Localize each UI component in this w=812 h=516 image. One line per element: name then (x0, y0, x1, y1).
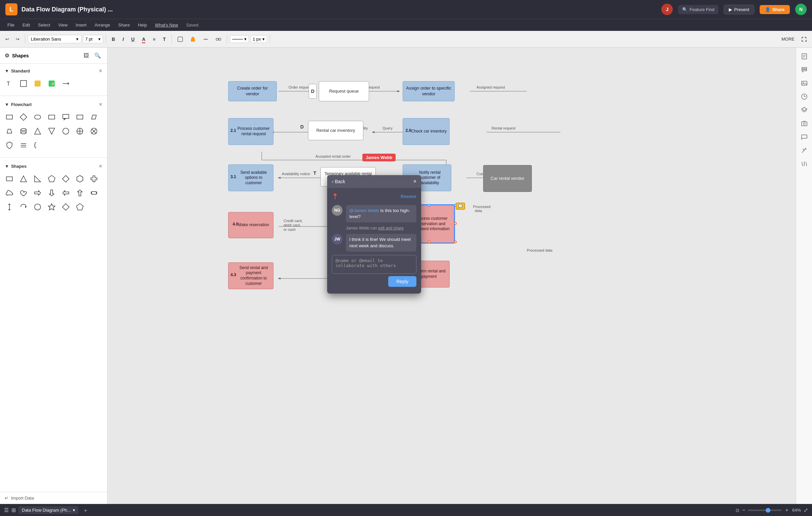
shapes-section-close[interactable]: ✕ (99, 164, 102, 169)
cross-shape[interactable] (88, 173, 100, 185)
fullscreen-button[interactable] (799, 35, 809, 44)
parallelogram-flow[interactable] (88, 111, 100, 123)
reply-button[interactable]: Reply (388, 276, 416, 287)
page-panel-button[interactable] (798, 50, 810, 62)
pentagon2-shape[interactable] (74, 201, 86, 213)
pentagon-shape[interactable] (46, 173, 58, 185)
layers-panel-button[interactable] (798, 104, 810, 116)
arrow-up-shape[interactable] (74, 187, 86, 199)
fill-button[interactable] (187, 34, 199, 44)
font-color-button[interactable]: A (139, 35, 148, 44)
diamond-flow[interactable] (18, 111, 30, 123)
menu-arrange[interactable]: Arrange (91, 21, 113, 29)
triangle-shape[interactable] (18, 173, 30, 185)
menu-edit[interactable]: Edit (19, 21, 33, 29)
callout-flow[interactable] (60, 111, 72, 123)
diamond-shape[interactable] (60, 173, 72, 185)
tab-name[interactable]: Data Flow Diagram (Ph... ▾ (19, 506, 79, 514)
image-panel-button[interactable] (798, 77, 810, 89)
selection-handle-br[interactable] (454, 240, 457, 243)
canvas-area[interactable]: Order request Sorted request Assigned re… (107, 48, 796, 504)
circle-flow[interactable] (60, 125, 72, 137)
settings-panel-button[interactable] (798, 158, 810, 170)
rect3-flow[interactable] (74, 111, 86, 123)
undo-button[interactable]: ↩ (3, 35, 12, 43)
align-button[interactable]: ≡ (150, 35, 158, 44)
updown-shape[interactable] (3, 201, 16, 213)
lightning-shape[interactable]: ⚡ (46, 78, 58, 90)
format-panel-button[interactable] (798, 64, 810, 76)
request-queue-node[interactable]: Request queue (319, 81, 369, 101)
camera-panel-button[interactable] (798, 117, 810, 130)
avatar-n[interactable]: N (795, 4, 807, 15)
resolve-button[interactable]: Resolve (401, 194, 416, 199)
rect-flow[interactable] (3, 111, 16, 123)
triangle-flow[interactable] (32, 125, 44, 137)
heart-shape[interactable] (18, 187, 30, 199)
cloud-shape[interactable] (3, 187, 16, 199)
rect-shape[interactable] (3, 173, 16, 185)
more-button[interactable]: MORE (779, 35, 797, 43)
check-inventory-node[interactable]: 2.0 Check car inventory (403, 118, 450, 145)
text-style-button[interactable]: T (160, 35, 169, 44)
arrow-shape[interactable] (60, 78, 72, 90)
comment-input[interactable] (332, 255, 416, 274)
menu-whats-new[interactable]: What's New (152, 21, 181, 29)
edit-share-link[interactable]: edit and share (378, 226, 404, 230)
menu-file[interactable]: File (4, 21, 18, 29)
menu-insert[interactable]: Insert (72, 21, 90, 29)
bold-button[interactable]: B (109, 35, 118, 44)
zoom-slider-thumb[interactable] (766, 508, 771, 513)
comment-close-button[interactable]: × (413, 178, 416, 184)
rect2-flow[interactable] (46, 111, 58, 123)
shapes-section-header[interactable]: ▼ Shapes ✕ (0, 162, 107, 171)
autoroute-button[interactable]: ⊙ (735, 508, 740, 513)
underline-button[interactable]: U (128, 35, 138, 44)
hexagon-shape[interactable] (74, 173, 86, 185)
image-search-button[interactable]: 🖼 (82, 51, 90, 60)
star-shape[interactable] (46, 201, 58, 213)
fit-page-button[interactable]: ⤢ (804, 507, 808, 513)
send-confirmation-node[interactable]: 4.3 Send rental and payment confirmation… (228, 262, 273, 289)
share-button[interactable]: 👤 Share (760, 5, 790, 14)
flowchart-section-close[interactable]: ✕ (99, 102, 102, 107)
special-shape[interactable] (60, 201, 72, 213)
feature-find-button[interactable]: 🔍 Feature Find (678, 5, 718, 14)
selection-handle-bm[interactable] (428, 240, 431, 243)
car-vendor-node[interactable]: Car rental vendor (483, 165, 532, 192)
selection-handle-mr[interactable] (454, 222, 457, 225)
italic-button[interactable]: I (119, 35, 127, 44)
wand-panel-button[interactable] (798, 144, 810, 156)
circle-shape[interactable] (32, 201, 44, 213)
present-button[interactable]: ▶ Present (724, 5, 754, 15)
zoom-in-button[interactable]: ＋ (784, 507, 789, 514)
xcircle-flow[interactable] (88, 125, 100, 137)
menu-view[interactable]: View (55, 21, 71, 29)
rectangle-shape[interactable] (18, 78, 30, 90)
line-width-selector[interactable]: 1 px ▾ (250, 35, 267, 43)
menu-select[interactable]: Select (34, 21, 53, 29)
shape-format-button[interactable] (174, 34, 186, 44)
comment-badge[interactable]: 💬 (456, 203, 465, 210)
arrow-right-shape[interactable] (32, 187, 44, 199)
font-size-selector[interactable]: 7 pt ▾ (83, 35, 103, 43)
assign-order-node[interactable]: Assign order to specific vendor (403, 81, 455, 101)
process-rental-node[interactable]: 2.1 Process customer rental request (228, 118, 273, 145)
avatar-j[interactable]: J (661, 4, 673, 15)
selection-handle-tm[interactable] (428, 204, 431, 207)
trapezoid-flow[interactable] (3, 125, 16, 137)
comment-back-button[interactable]: ‹ Back (332, 179, 345, 184)
flowchart-section-header[interactable]: ▼ Flowchart ✕ (0, 100, 107, 109)
create-order-node[interactable]: Create order for vendor (228, 81, 277, 101)
chat-panel-button[interactable] (798, 131, 810, 143)
list-view-button[interactable]: ☰ (4, 507, 9, 513)
import-data-button[interactable]: ↵ Import Data (0, 492, 107, 504)
line-style-selector[interactable]: ▾ (230, 35, 249, 43)
arrow-left-shape[interactable] (60, 187, 72, 199)
menu-share[interactable]: Share (115, 21, 133, 29)
curved-arrow-shape[interactable] (18, 201, 30, 213)
crosscircle-flow[interactable] (74, 125, 86, 137)
clock-panel-button[interactable] (798, 91, 810, 103)
shield-flow[interactable] (3, 139, 16, 151)
bidirectional-shape[interactable] (88, 187, 100, 199)
